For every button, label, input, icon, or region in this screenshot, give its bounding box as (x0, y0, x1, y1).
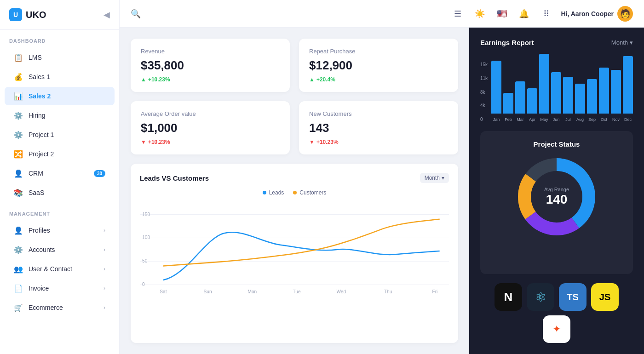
stat-change-avg: ▼ +10.23% (141, 139, 280, 145)
menu-lines-icon[interactable]: ☰ (450, 6, 465, 21)
stat-value-repeat: $12,900 (309, 58, 448, 73)
stat-value-avg: $1,000 (141, 121, 280, 135)
header: 🔍 ☰ ☀️ 🇺🇸 🔔 ⠿ Hi, Aaron Cooper 🧑 (120, 0, 644, 28)
sidebar-item-project2[interactable]: 🔀Project 2 (5, 145, 115, 163)
bar-group-jul: Jul (563, 77, 573, 122)
sidebar-item-label-sales1: Sales 1 (29, 73, 105, 80)
chevron-right-icon-accounts: › (104, 246, 105, 253)
project-status-title: Project Status (534, 140, 580, 148)
grid-icon[interactable]: ⠿ (539, 6, 553, 21)
donut-label: Avg Range (544, 187, 569, 192)
tech-icon-javascript[interactable]: JS (591, 283, 619, 311)
stat-label-revenue: Revenue (141, 48, 280, 55)
legend-dot-customers (293, 191, 297, 194)
bar-label-nov: Nov (612, 117, 620, 122)
bar-sep (587, 79, 597, 114)
bar-group-jun: Jun (551, 72, 561, 122)
user-contact-icon: 👥 (14, 264, 23, 274)
sidebar-item-label-hiring: Hiring (29, 112, 105, 119)
stat-change-revenue: ▲ +10.23% (141, 76, 280, 83)
sidebar-item-invoice[interactable]: 📄Invoice› (5, 279, 115, 297)
stat-label-customers: New Customers (309, 110, 448, 117)
sidebar-item-lms[interactable]: 📋LMS (5, 48, 115, 67)
main-content: 🔍 ☰ ☀️ 🇺🇸 🔔 ⠿ Hi, Aaron Cooper 🧑 Revenue… (120, 0, 644, 354)
sidebar-item-saas[interactable]: 📚SaaS (5, 183, 115, 202)
bar-label-apr: Apr (529, 117, 535, 122)
bar-group-jan: Jan (491, 61, 501, 122)
sidebar-section-label: MANAGEMENT (0, 203, 119, 220)
chevron-down-icon: ▾ (442, 175, 444, 181)
sidebar-item-ecommerce[interactable]: 🛒Ecommerce› (5, 298, 115, 317)
sidebar-item-profiles[interactable]: 👤Profiles› (5, 221, 115, 240)
tech-icon-typescript[interactable]: TS (559, 283, 586, 311)
sidebar-nav: DASHBOARD📋LMS💰Sales 1📊Sales 2⚙️Hiring⚙️P… (0, 30, 119, 318)
leads-chart-period-button[interactable]: Month ▾ (420, 173, 449, 183)
chevron-right-icon-ecommerce: › (104, 304, 105, 311)
lms-icon: 📋 (14, 53, 23, 62)
sidebar-item-sales2[interactable]: 📊Sales 2 (5, 87, 115, 105)
sidebar-item-crm[interactable]: 👤CRM30 (5, 164, 115, 183)
bar-label-jun: Jun (553, 117, 560, 122)
tech-icon-figma[interactable]: ✦ (543, 315, 570, 343)
sidebar-item-label-accounts: Accounts (29, 246, 98, 253)
sidebar-item-accounts[interactable]: ⚙️Accounts› (5, 240, 115, 259)
avatar: 🧑 (617, 6, 633, 22)
invoice-icon: 📄 (14, 284, 23, 293)
legend-dot-leads (263, 191, 266, 194)
stat-value-revenue: $35,800 (141, 58, 280, 73)
sidebar-item-label-project1: Project 1 (29, 131, 105, 138)
sidebar-section-dashboard: DASHBOARD📋LMS💰Sales 1📊Sales 2⚙️Hiring⚙️P… (0, 30, 119, 202)
profiles-icon: 👤 (14, 226, 23, 235)
bar-apr (527, 88, 537, 114)
sidebar-item-hiring[interactable]: ⚙️Hiring (5, 106, 115, 125)
flag-icon[interactable]: 🇺🇸 (494, 6, 509, 21)
bar-may (539, 54, 549, 114)
stat-change-repeat: ▲ +20.4% (309, 76, 448, 83)
bar-group-oct: Oct (599, 68, 609, 122)
donut-chart: Avg Range 140 (515, 155, 598, 238)
bar-label-aug: Aug (576, 117, 584, 122)
sales1-icon: 💰 (14, 72, 23, 81)
tech-icon-nextjs[interactable]: N (494, 283, 522, 311)
sun-icon[interactable]: ☀️ (472, 6, 487, 21)
sidebar-item-sales1[interactable]: 💰Sales 1 (5, 68, 115, 86)
svg-text:0: 0 (142, 282, 145, 287)
donut-value: 140 (544, 192, 569, 207)
down-arrow-icon: ▼ (141, 139, 146, 145)
project2-icon: 🔀 (14, 149, 23, 159)
header-right: ☰ ☀️ 🇺🇸 🔔 ⠿ Hi, Aaron Cooper 🧑 (450, 6, 633, 22)
user-greeting: Hi, Aaron Cooper 🧑 (561, 6, 633, 22)
stat-card-avg: Average Order value $1,000 ▼ +10.23% (131, 101, 290, 154)
bar-group-sep: Sep (587, 79, 597, 122)
up-arrow-icon: ▲ (141, 76, 146, 83)
tech-icon-react[interactable]: ⚛ (527, 283, 554, 311)
bar-label-feb: Feb (505, 117, 512, 122)
hiring-icon: ⚙️ (14, 111, 23, 120)
svg-text:50: 50 (142, 258, 148, 263)
collapse-sidebar-button[interactable]: ◀ (104, 10, 110, 20)
sidebar-item-label-lms: LMS (29, 54, 105, 61)
bar-label-dec: Dec (624, 117, 632, 122)
project-status-card: Project Status Avg Range 140 (480, 131, 633, 274)
earnings-bar-chart: 15k 11k 8k 4k 0 JanFebMarAprMayJunJulAug… (480, 53, 633, 122)
bar-group-dec: Dec (623, 56, 633, 122)
logo-icon: U (9, 8, 22, 21)
sidebar-item-label-crm: CRM (29, 170, 88, 177)
sidebar-item-project1[interactable]: ⚙️Project 1 (5, 126, 115, 144)
svg-text:100: 100 (142, 235, 150, 240)
bar-nov (611, 70, 621, 114)
earnings-header: Earnings Report Month ▾ (480, 39, 633, 46)
earnings-period-dropdown[interactable]: Month ▾ (611, 39, 633, 46)
stat-label-repeat: Repeat Purchase (309, 48, 448, 55)
bar-group-aug: Aug (575, 84, 585, 122)
bar-group-may: May (539, 54, 549, 122)
tech-icons-row: N⚛TSJS✦ (480, 283, 633, 343)
accounts-icon: ⚙️ (14, 245, 23, 254)
sidebar-item-user-contact[interactable]: 👥User & Contact› (5, 260, 115, 278)
stats-row-1: Revenue $35,800 ▲ +10.23% Repeat Purchas… (131, 39, 458, 92)
leads-chart-title: Leads VS Customers (140, 174, 209, 182)
sidebar-section-management: MANAGEMENT👤Profiles›⚙️Accounts›👥User & C… (0, 203, 119, 317)
crm-icon: 👤 (14, 169, 23, 178)
bell-icon[interactable]: 🔔 (517, 6, 531, 21)
stat-change-customers: ▼ +10.23% (309, 139, 448, 145)
